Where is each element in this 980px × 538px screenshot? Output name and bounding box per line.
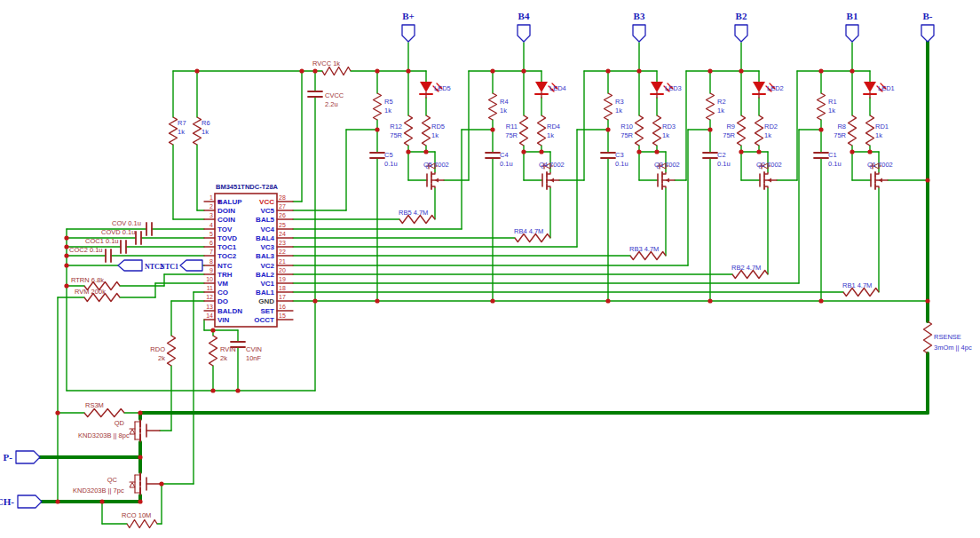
label-c1: C1 [828,151,837,159]
label-qc: QC [107,476,118,484]
label-4: 4 [209,222,213,228]
led-symbol [753,82,765,92]
label-baldn: BALDN [217,307,242,315]
label-vc4: VC4 [260,225,274,233]
label-led5: LED5 [434,84,451,92]
label-b1: B1 [847,11,858,21]
label-26: 26 [279,212,286,218]
label-trh: TRH [217,271,233,279]
junction-dot [210,328,215,332]
label-0-1u: 0.1u [500,160,513,168]
resistor-symbol [738,115,746,146]
label-coin: COIN [217,216,235,224]
resistor-symbol [924,321,932,353]
resistor-symbol [423,115,431,146]
label-rvcc-1k: RVCC 1k [312,59,340,67]
label-cvcc: CVCC [325,91,344,99]
label-r7: R7 [178,119,186,127]
label-bm3451tndc-t28a: BM3451TNDC-T28A [216,183,279,191]
schematic-page: BM3451TNDC-T28A128BALUPVCC227DOINVC5326C… [0,0,980,538]
label-rb2-4-7m: RB2 4.7M [731,264,761,272]
resistor-symbol [520,115,528,146]
junction-dot [867,149,872,154]
label-set: SET [260,307,274,315]
label-0-1u: 0.1u [717,160,731,168]
label-1k: 1k [875,131,882,139]
mosfet-arrow [879,178,883,183]
label-b3: B3 [634,11,645,21]
label-covd-0-1u: COVD 0.1u [101,228,135,236]
junction-dot [521,68,526,73]
resistor-symbol [374,93,382,120]
label-75r: 75R [390,131,402,139]
junction-dot [654,149,659,154]
resistor-symbol [849,115,857,146]
label-r6: R6 [202,119,210,127]
label-bal5: BAL5 [256,216,274,224]
label-rd5: RD5 [431,123,445,131]
terminal-B2 [735,25,747,42]
label-q1-7002: Q1 7002 [867,161,893,169]
label-ntc: NTC [217,262,233,270]
junction-dot [818,127,823,131]
label-coc1-0-1u: COC1 0.1u [85,237,119,245]
label-cov-0-1u: COV 0.1u [112,219,141,227]
junction-dot [406,68,410,73]
label-ntc1: NTC1 [160,263,178,271]
label-bal4: BAL4 [256,234,274,242]
label-rtrn-6-8k: RTRN 6.8k [71,276,104,284]
junction-dot [707,298,712,303]
resistor-symbol [84,409,124,417]
resistor-symbol [405,115,413,146]
junction-dot [64,235,68,240]
label-1k: 1k [828,107,835,115]
label-75r: 75R [620,131,633,139]
junction-dot [605,68,610,73]
label-2k: 2k [158,354,165,362]
junction-dot [64,263,68,267]
label-r9: R9 [726,123,735,131]
label-vc1: VC1 [260,280,274,288]
label-cvin: CVIN [246,345,262,353]
label-rs3m: RS3M [85,401,104,409]
label-vin: VIN [217,316,230,324]
junction-dot [64,244,68,249]
label-knd3203b-8pc: KND3203B || 8pc [78,431,130,439]
label-led2: LED2 [767,84,784,92]
label-b-: B- [923,11,933,21]
label-vcc: VCC [259,198,274,206]
label-tov: TOV [217,225,233,233]
junction-dot [850,68,854,73]
junction-dot [423,149,428,154]
label-do: DO [217,297,228,305]
label-q5-7002: Q5 7002 [423,161,449,169]
label-r10: R10 [620,123,633,131]
junction-dot [138,455,142,459]
schematic-canvas: BM3451TNDC-T28A128BALUPVCC227DOINVC5326C… [0,0,980,538]
junction-dot [55,410,59,415]
label-8: 8 [209,258,213,265]
terminal-B3 [633,25,645,42]
label-rvm-200k: RVM 200k [75,288,106,296]
junction-dot [925,298,929,303]
mosfet-arrow [666,178,670,183]
label-1k: 1k [431,131,439,139]
label-led3: LED3 [665,84,682,92]
label-tovd: TOVD [217,234,237,242]
terminal-P- [16,451,40,463]
label-vc5: VC5 [260,207,274,215]
junction-dot [138,499,142,503]
resistor-symbol [605,93,612,120]
label-1k: 1k [764,131,771,139]
label-rb5-4-7m: RB5 4.7M [399,209,428,217]
label-rvin: RVIN [220,345,236,353]
junction-dot [636,149,641,154]
label-c3: C3 [615,151,624,159]
resistor-symbol [636,115,644,146]
terminal-B4 [518,25,530,42]
terminal-B+ [402,25,415,42]
junction-dot [235,388,240,392]
label-r8: R8 [837,123,846,131]
resistor-symbol [653,115,661,146]
power-mosfet-body-diode [130,430,135,435]
